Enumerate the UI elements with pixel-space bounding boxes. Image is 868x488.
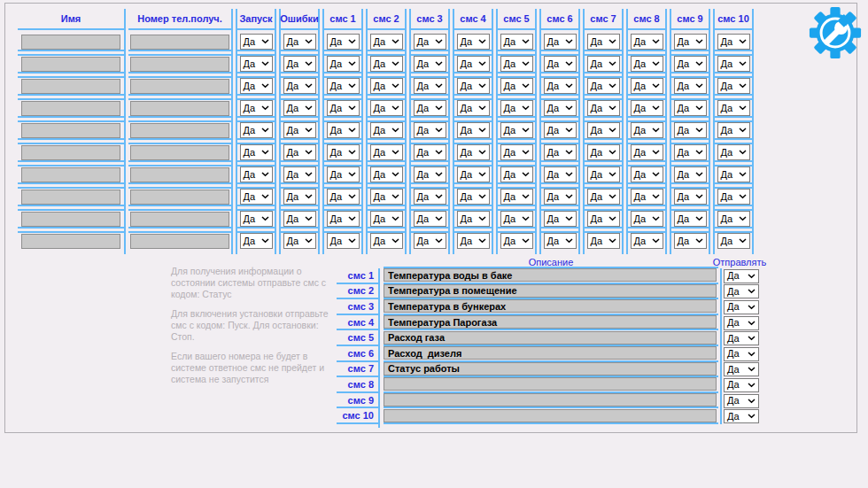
name-input-row-1[interactable]: [21, 35, 120, 50]
name-input-row-9[interactable]: [21, 212, 120, 227]
flag-dropdown-row-9[interactable]: Да: [327, 211, 360, 227]
phone-input-row-2[interactable]: [130, 57, 229, 72]
flag-dropdown-row-8[interactable]: Да: [240, 189, 273, 205]
description-input-sms-9[interactable]: [384, 393, 717, 407]
flag-dropdown-row-4[interactable]: Да: [327, 100, 360, 116]
flag-dropdown-row-7[interactable]: Да: [587, 167, 620, 182]
flag-dropdown-row-9[interactable]: Да: [674, 211, 707, 227]
flag-dropdown-row-2[interactable]: Да: [283, 56, 316, 72]
flag-dropdown-row-4[interactable]: Да: [283, 100, 316, 116]
flag-dropdown-row-4[interactable]: Да: [414, 100, 446, 116]
phone-input-row-10[interactable]: [130, 234, 229, 249]
flag-dropdown-row-8[interactable]: Да: [370, 189, 403, 205]
flag-dropdown-row-5[interactable]: Да: [500, 122, 533, 138]
flag-dropdown-row-3[interactable]: Да: [240, 78, 273, 94]
flag-dropdown-row-6[interactable]: Да: [457, 144, 490, 160]
flag-dropdown-row-7[interactable]: Да: [327, 167, 360, 182]
name-input-row-5[interactable]: [21, 123, 120, 138]
flag-dropdown-row-10[interactable]: Да: [327, 233, 360, 249]
flag-dropdown-row-4[interactable]: Да: [500, 100, 533, 116]
flag-dropdown-row-8[interactable]: Да: [544, 189, 577, 205]
flag-dropdown-row-3[interactable]: Да: [631, 78, 663, 94]
name-input-row-7[interactable]: [21, 167, 120, 182]
flag-dropdown-row-7[interactable]: Да: [674, 167, 707, 182]
flag-dropdown-row-10[interactable]: Да: [240, 233, 273, 249]
flag-dropdown-row-6[interactable]: Да: [674, 144, 707, 160]
settings-gear-icon[interactable]: [807, 6, 864, 59]
flag-dropdown-row-1[interactable]: Да: [544, 34, 577, 50]
description-input-sms-3[interactable]: [384, 299, 717, 313]
flag-dropdown-row-9[interactable]: Да: [500, 211, 533, 227]
flag-dropdown-row-3[interactable]: Да: [370, 78, 403, 94]
flag-dropdown-row-6[interactable]: Да: [717, 144, 750, 160]
flag-dropdown-row-2[interactable]: Да: [414, 56, 446, 72]
description-input-sms-1[interactable]: [384, 268, 717, 282]
flag-dropdown-row-1[interactable]: Да: [240, 34, 273, 50]
flag-dropdown-row-3[interactable]: Да: [587, 78, 620, 94]
flag-dropdown-row-1[interactable]: Да: [587, 34, 620, 50]
description-input-sms-4[interactable]: [384, 315, 717, 329]
flag-dropdown-row-4[interactable]: Да: [370, 100, 403, 116]
flag-dropdown-row-10[interactable]: Да: [674, 233, 707, 249]
flag-dropdown-row-9[interactable]: Да: [370, 211, 403, 227]
flag-dropdown-row-7[interactable]: Да: [240, 167, 273, 182]
flag-dropdown-row-2[interactable]: Да: [500, 56, 533, 72]
description-input-sms-10[interactable]: [384, 409, 717, 422]
flag-dropdown-row-8[interactable]: Да: [283, 189, 316, 205]
flag-dropdown-row-3[interactable]: Да: [500, 78, 533, 94]
flag-dropdown-row-9[interactable]: Да: [240, 211, 273, 227]
name-input-row-2[interactable]: [21, 57, 120, 72]
send-dropdown-sms-9[interactable]: Да: [724, 394, 759, 408]
flag-dropdown-row-2[interactable]: Да: [240, 56, 273, 72]
flag-dropdown-row-7[interactable]: Да: [500, 167, 533, 182]
flag-dropdown-row-1[interactable]: Да: [674, 34, 707, 50]
flag-dropdown-row-8[interactable]: Да: [327, 189, 360, 205]
flag-dropdown-row-6[interactable]: Да: [544, 144, 577, 160]
flag-dropdown-row-1[interactable]: Да: [283, 34, 316, 50]
flag-dropdown-row-2[interactable]: Да: [631, 56, 663, 72]
flag-dropdown-row-6[interactable]: Да: [414, 144, 446, 160]
flag-dropdown-row-7[interactable]: Да: [544, 167, 577, 182]
flag-dropdown-row-4[interactable]: Да: [544, 100, 577, 116]
flag-dropdown-row-4[interactable]: Да: [587, 100, 620, 116]
flag-dropdown-row-1[interactable]: Да: [414, 34, 446, 50]
flag-dropdown-row-7[interactable]: Да: [631, 167, 663, 182]
flag-dropdown-row-3[interactable]: Да: [283, 78, 316, 94]
flag-dropdown-row-4[interactable]: Да: [717, 100, 750, 116]
flag-dropdown-row-3[interactable]: Да: [544, 78, 577, 94]
flag-dropdown-row-1[interactable]: Да: [500, 34, 533, 50]
flag-dropdown-row-3[interactable]: Да: [327, 78, 360, 94]
phone-input-row-4[interactable]: [130, 101, 229, 116]
flag-dropdown-row-10[interactable]: Да: [370, 233, 403, 249]
flag-dropdown-row-5[interactable]: Да: [457, 122, 490, 138]
flag-dropdown-row-1[interactable]: Да: [457, 34, 490, 50]
flag-dropdown-row-10[interactable]: Да: [587, 233, 620, 249]
phone-input-row-5[interactable]: [130, 123, 229, 138]
send-dropdown-sms-8[interactable]: Да: [724, 378, 759, 392]
flag-dropdown-row-9[interactable]: Да: [587, 211, 620, 227]
flag-dropdown-row-8[interactable]: Да: [674, 189, 707, 205]
name-input-row-8[interactable]: [21, 190, 120, 205]
flag-dropdown-row-3[interactable]: Да: [457, 78, 490, 94]
flag-dropdown-row-9[interactable]: Да: [717, 211, 750, 227]
flag-dropdown-row-4[interactable]: Да: [631, 100, 663, 116]
flag-dropdown-row-5[interactable]: Да: [631, 122, 663, 138]
flag-dropdown-row-6[interactable]: Да: [370, 144, 403, 160]
description-input-sms-8[interactable]: [384, 377, 717, 391]
flag-dropdown-row-2[interactable]: Да: [717, 56, 750, 72]
flag-dropdown-row-8[interactable]: Да: [717, 189, 750, 205]
flag-dropdown-row-6[interactable]: Да: [327, 144, 360, 160]
flag-dropdown-row-2[interactable]: Да: [370, 56, 403, 72]
flag-dropdown-row-5[interactable]: Да: [414, 122, 446, 138]
flag-dropdown-row-10[interactable]: Да: [544, 233, 577, 249]
flag-dropdown-row-5[interactable]: Да: [240, 122, 273, 138]
flag-dropdown-row-4[interactable]: Да: [674, 100, 707, 116]
flag-dropdown-row-7[interactable]: Да: [457, 167, 490, 182]
flag-dropdown-row-2[interactable]: Да: [587, 56, 620, 72]
phone-input-row-6[interactable]: [130, 145, 229, 160]
flag-dropdown-row-6[interactable]: Да: [500, 144, 533, 160]
description-input-sms-5[interactable]: [384, 331, 717, 345]
flag-dropdown-row-6[interactable]: Да: [240, 144, 273, 160]
send-dropdown-sms-10[interactable]: Да: [724, 409, 759, 423]
flag-dropdown-row-10[interactable]: Да: [631, 233, 663, 249]
